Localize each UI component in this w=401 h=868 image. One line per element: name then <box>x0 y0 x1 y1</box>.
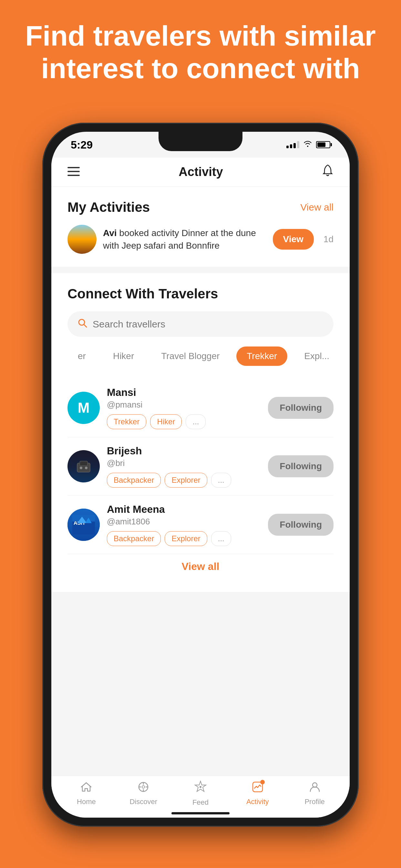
traveler-name-mansi: Mansi <box>107 386 261 399</box>
filter-tag-explorer[interactable]: Expl... <box>294 346 334 366</box>
discover-icon <box>137 781 149 796</box>
svg-rect-0 <box>67 167 80 168</box>
tab-bar: Home Discover <box>51 776 350 817</box>
phone-screen: 5:29 <box>51 132 350 817</box>
signal-icon <box>286 141 299 148</box>
traveler-tags-mansi: Trekker Hiker ... <box>107 414 261 429</box>
tag-explorer-amit: Explorer <box>165 531 207 546</box>
activities-title: My Activities <box>67 199 150 215</box>
tab-discover[interactable]: Discover <box>115 781 172 806</box>
activity-badge <box>260 780 265 784</box>
traveler-item-brijesh: Brijesh @bri Backpacker Explorer ... Fol… <box>67 437 334 496</box>
traveler-username-mansi: @pmansi <box>107 400 261 410</box>
tab-home-label: Home <box>77 798 96 806</box>
tab-feed[interactable]: Feed <box>172 780 229 807</box>
tab-activity[interactable]: Activity <box>229 781 286 806</box>
search-input[interactable] <box>93 319 324 330</box>
tag-explorer-brijesh: Explorer <box>165 473 207 488</box>
status-time: 5:29 <box>71 138 93 151</box>
filter-tag-travel-blogger[interactable]: Travel Blogger <box>151 346 230 366</box>
svg-rect-2 <box>67 175 80 176</box>
battery-icon <box>316 141 330 148</box>
tag-backpacker-brijesh: Backpacker <box>107 473 161 488</box>
tab-profile-label: Profile <box>305 798 325 806</box>
bell-icon[interactable] <box>322 164 334 180</box>
tab-home[interactable]: Home <box>58 781 115 806</box>
status-icons <box>286 140 330 149</box>
traveler-avatar-brijesh <box>67 450 100 483</box>
filter-tag-hiker[interactable]: Hiker <box>103 346 144 366</box>
tag-hiker-mansi: Hiker <box>150 414 182 429</box>
tab-discover-label: Discover <box>129 798 157 806</box>
activity-avatar <box>67 225 96 254</box>
tag-backpacker-amit: Backpacker <box>107 531 161 546</box>
traveler-name-amit: Amit Meena <box>107 503 261 516</box>
phone-frame: 5:29 <box>42 123 359 827</box>
home-icon <box>81 781 92 796</box>
traveler-avatar-mansi: M <box>67 392 100 424</box>
svg-rect-1 <box>67 171 80 172</box>
nav-title: Activity <box>179 165 223 179</box>
activities-header: My Activities View all <box>67 199 334 215</box>
traveler-avatar-amit: NEW LEGE... ASH <box>67 508 100 541</box>
traveler-tags-amit: Backpacker Explorer ... <box>107 531 261 546</box>
connect-title: Connect With Travelers <box>67 286 334 302</box>
traveler-tags-brijesh: Backpacker Explorer ... <box>107 473 261 488</box>
traveler-item-mansi: M Mansi @pmansi Trekker Hiker ... Follow… <box>67 379 334 437</box>
traveler-username-amit: @amit1806 <box>107 517 261 527</box>
tag-trekker-mansi: Trekker <box>107 414 146 429</box>
tag-more-amit: ... <box>211 531 231 546</box>
tab-profile[interactable]: Profile <box>286 781 343 806</box>
profile-icon <box>309 781 320 796</box>
search-icon <box>77 318 88 330</box>
svg-point-16 <box>142 786 145 788</box>
top-nav: Activity <box>51 158 350 187</box>
hamburger-icon[interactable] <box>67 165 80 179</box>
main-content: My Activities View all Avi booked activi… <box>51 187 350 779</box>
travelers-view-all[interactable]: View all <box>67 554 334 579</box>
svg-point-21 <box>199 786 202 788</box>
filter-tags: er Hiker Travel Blogger Trekker Expl... <box>67 346 334 369</box>
following-button-mansi[interactable]: Following <box>268 397 334 419</box>
traveler-name-brijesh: Brijesh <box>107 445 261 457</box>
traveler-info-brijesh: Brijesh @bri Backpacker Explorer ... <box>107 445 261 488</box>
activity-icon-wrapper <box>252 781 264 796</box>
tag-more-brijesh: ... <box>211 473 231 488</box>
following-button-amit[interactable]: Following <box>268 514 334 536</box>
following-button-brijesh[interactable]: Following <box>268 455 334 477</box>
filter-tag-trekker[interactable]: Trekker <box>236 346 287 366</box>
wifi-icon <box>303 140 312 149</box>
svg-point-7 <box>80 467 82 469</box>
tab-activity-label: Activity <box>246 798 269 806</box>
traveler-username-brijesh: @bri <box>107 458 261 468</box>
home-indicator <box>172 812 229 814</box>
feed-icon <box>194 780 207 796</box>
page-headline: Find travelers with similar interest to … <box>0 20 401 85</box>
activity-view-button[interactable]: View <box>273 229 314 250</box>
tag-more-mansi: ... <box>186 414 206 429</box>
activity-action: booked activity Dinner at the dune with … <box>103 228 256 251</box>
activity-text: Avi booked activity Dinner at the dune w… <box>103 227 266 252</box>
traveler-info-mansi: Mansi @pmansi Trekker Hiker ... <box>107 386 261 429</box>
filter-tag-er[interactable]: er <box>67 346 96 366</box>
activity-user: Avi <box>103 228 117 238</box>
activities-view-all[interactable]: View all <box>300 202 334 213</box>
traveler-item-amit: NEW LEGE... ASH Amit Meena @amit1806 <box>67 496 334 554</box>
svg-line-4 <box>84 324 87 327</box>
connect-travelers-section: Connect With Travelers er Hiker Tr <box>51 273 350 592</box>
activity-time: 1d <box>323 234 334 244</box>
svg-rect-6 <box>80 461 88 466</box>
notch <box>158 132 243 151</box>
tab-feed-label: Feed <box>192 798 209 807</box>
activity-item: Avi booked activity Dinner at the dune w… <box>67 225 334 254</box>
my-activities-section: My Activities View all Avi booked activi… <box>51 187 350 267</box>
svg-point-8 <box>85 467 88 469</box>
search-bar[interactable] <box>67 311 334 337</box>
traveler-info-amit: Amit Meena @amit1806 Backpacker Explorer… <box>107 503 261 546</box>
